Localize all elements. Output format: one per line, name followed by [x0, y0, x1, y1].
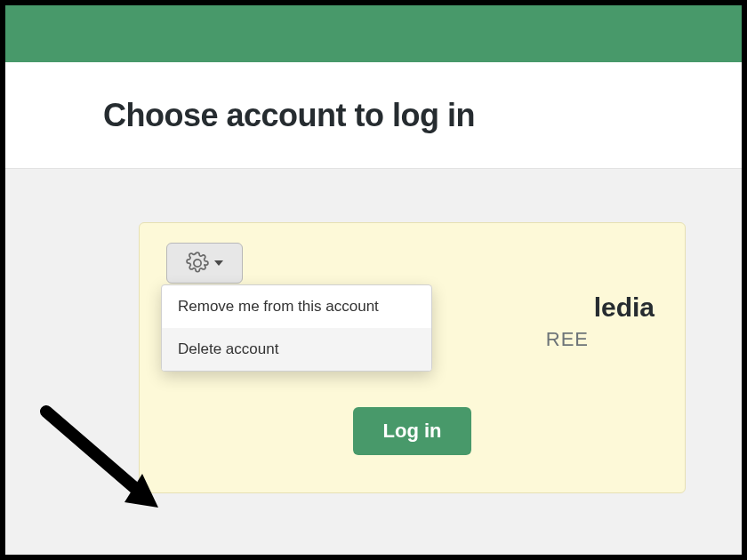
app-frame: Choose account to log in Remove me from …: [0, 0, 747, 560]
login-button[interactable]: Log in: [353, 407, 472, 455]
menu-item-delete-account[interactable]: Delete account: [162, 328, 431, 371]
settings-dropdown-menu: Remove me from this account Delete accou…: [161, 284, 432, 372]
account-name: ledia: [594, 292, 655, 323]
svg-line-0: [46, 412, 137, 490]
page-title: Choose account to log in: [103, 97, 475, 134]
top-bar: [5, 5, 742, 62]
settings-dropdown-button[interactable]: [166, 243, 243, 284]
body-area: Remove me from this account Delete accou…: [5, 169, 742, 555]
account-plan: REE: [546, 328, 589, 351]
caret-down-icon: [214, 260, 223, 266]
title-band: Choose account to log in: [5, 62, 742, 169]
account-card: Remove me from this account Delete accou…: [139, 222, 686, 493]
menu-item-remove-me[interactable]: Remove me from this account: [162, 285, 431, 328]
gear-icon: [186, 252, 209, 275]
